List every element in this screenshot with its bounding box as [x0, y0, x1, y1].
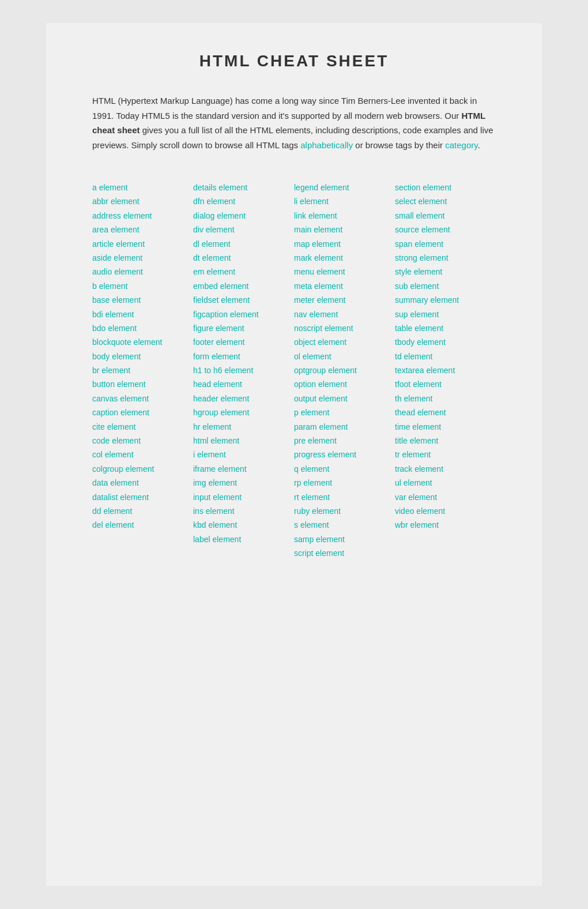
list-item[interactable]: video element	[395, 505, 496, 517]
list-item[interactable]: dialog element	[193, 209, 294, 222]
list-item[interactable]: bdi element	[92, 308, 193, 321]
list-item[interactable]: figcaption element	[193, 308, 294, 321]
list-item[interactable]: li element	[294, 195, 395, 208]
list-item[interactable]: img element	[193, 476, 294, 489]
list-item[interactable]: aside element	[92, 251, 193, 264]
list-item[interactable]: th element	[395, 392, 496, 405]
list-item[interactable]: col element	[92, 448, 193, 461]
list-item[interactable]: datalist element	[92, 491, 193, 504]
list-item[interactable]: code element	[92, 434, 193, 447]
list-item[interactable]: td element	[395, 350, 496, 363]
list-item[interactable]: s element	[294, 519, 395, 531]
list-item[interactable]: noscript element	[294, 322, 395, 335]
list-item[interactable]: head element	[193, 378, 294, 390]
list-item[interactable]: article element	[92, 238, 193, 250]
list-item[interactable]: canvas element	[92, 392, 193, 405]
list-item[interactable]: span element	[395, 238, 496, 250]
list-item[interactable]: var element	[395, 491, 496, 504]
list-item[interactable]: audio element	[92, 265, 193, 278]
list-item[interactable]: em element	[193, 265, 294, 278]
list-item[interactable]: main element	[294, 223, 395, 236]
list-item[interactable]: summary element	[395, 294, 496, 306]
list-item[interactable]: button element	[92, 378, 193, 390]
list-item[interactable]: caption element	[92, 406, 193, 419]
list-item[interactable]: colgroup element	[92, 463, 193, 475]
list-item[interactable]: tfoot element	[395, 378, 496, 390]
list-item[interactable]: dl element	[193, 238, 294, 250]
list-item[interactable]: optgroup element	[294, 364, 395, 377]
list-item[interactable]: table element	[395, 322, 496, 335]
list-item[interactable]: menu element	[294, 265, 395, 278]
list-item[interactable]: area element	[92, 223, 193, 236]
list-item[interactable]: p element	[294, 406, 395, 419]
list-item[interactable]: object element	[294, 336, 395, 348]
list-item[interactable]: sup element	[395, 308, 496, 321]
list-item[interactable]: q element	[294, 463, 395, 475]
list-item[interactable]: hr element	[193, 420, 294, 433]
list-item[interactable]: link element	[294, 209, 395, 222]
list-item[interactable]: pre element	[294, 434, 395, 447]
list-item[interactable]: form element	[193, 350, 294, 363]
list-item[interactable]: title element	[395, 434, 496, 447]
list-item[interactable]: label element	[193, 533, 294, 546]
list-item[interactable]: ol element	[294, 350, 395, 363]
list-item[interactable]: time element	[395, 420, 496, 433]
list-item[interactable]: style element	[395, 265, 496, 278]
list-item[interactable]: kbd element	[193, 519, 294, 531]
list-item[interactable]: br element	[92, 364, 193, 377]
list-item[interactable]: wbr element	[395, 519, 496, 531]
list-item[interactable]: mark element	[294, 251, 395, 264]
list-item[interactable]: tbody element	[395, 336, 496, 348]
list-item[interactable]: thead element	[395, 406, 496, 419]
list-item[interactable]: hgroup element	[193, 406, 294, 419]
list-item[interactable]: a element	[92, 181, 193, 194]
list-item[interactable]: dfn element	[193, 195, 294, 208]
list-item[interactable]: h1 to h6 element	[193, 364, 294, 377]
list-item[interactable]: rp element	[294, 476, 395, 489]
list-item[interactable]: textarea element	[395, 364, 496, 377]
list-item[interactable]: param element	[294, 420, 395, 433]
list-item[interactable]: meter element	[294, 294, 395, 306]
list-item[interactable]: dt element	[193, 251, 294, 264]
list-item[interactable]: iframe element	[193, 463, 294, 475]
list-item[interactable]: small element	[395, 209, 496, 222]
list-item[interactable]: nav element	[294, 308, 395, 321]
list-item[interactable]: source element	[395, 223, 496, 236]
list-item[interactable]: abbr element	[92, 195, 193, 208]
list-item[interactable]: rt element	[294, 491, 395, 504]
list-item[interactable]: base element	[92, 294, 193, 306]
list-item[interactable]: ul element	[395, 476, 496, 489]
list-item[interactable]: ins element	[193, 505, 294, 517]
list-item[interactable]: figure element	[193, 322, 294, 335]
list-item[interactable]: progress element	[294, 448, 395, 461]
list-item[interactable]: i element	[193, 448, 294, 461]
list-item[interactable]: track element	[395, 463, 496, 475]
list-item[interactable]: details element	[193, 181, 294, 194]
list-item[interactable]: script element	[294, 547, 395, 559]
list-item[interactable]: dd element	[92, 505, 193, 517]
list-item[interactable]: meta element	[294, 280, 395, 292]
list-item[interactable]: ruby element	[294, 505, 395, 517]
list-item[interactable]: div element	[193, 223, 294, 236]
list-item[interactable]: input element	[193, 491, 294, 504]
list-item[interactable]: tr element	[395, 448, 496, 461]
category-link[interactable]: category	[445, 140, 477, 150]
list-item[interactable]: cite element	[92, 420, 193, 433]
list-item[interactable]: select element	[395, 195, 496, 208]
list-item[interactable]: body element	[92, 350, 193, 363]
list-item[interactable]: footer element	[193, 336, 294, 348]
list-item[interactable]: embed element	[193, 280, 294, 292]
list-item[interactable]: section element	[395, 181, 496, 194]
list-item[interactable]: output element	[294, 392, 395, 405]
list-item[interactable]: fieldset element	[193, 294, 294, 306]
alphabetically-link[interactable]: alphabetically	[300, 140, 353, 150]
list-item[interactable]: address element	[92, 209, 193, 222]
list-item[interactable]: samp element	[294, 533, 395, 546]
list-item[interactable]: option element	[294, 378, 395, 390]
list-item[interactable]: strong element	[395, 251, 496, 264]
list-item[interactable]: b element	[92, 280, 193, 292]
list-item[interactable]: del element	[92, 519, 193, 531]
list-item[interactable]: data element	[92, 476, 193, 489]
list-item[interactable]: header element	[193, 392, 294, 405]
list-item[interactable]: blockquote element	[92, 336, 193, 348]
